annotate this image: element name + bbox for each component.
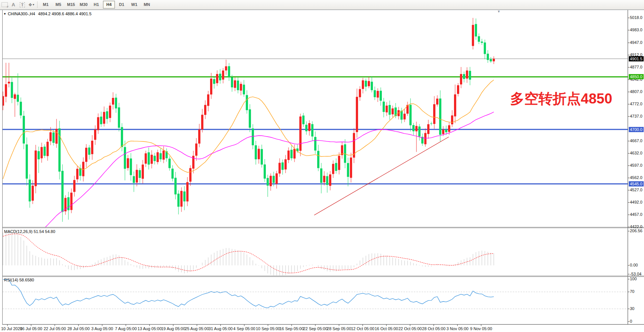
candle bbox=[52, 133, 55, 143]
macd-panel[interactable] bbox=[3, 231, 494, 276]
candle bbox=[287, 150, 290, 160]
arrows-button[interactable]: ❖ ▾ bbox=[27, 1, 35, 9]
price-tick-label: 4947.0 bbox=[630, 40, 644, 45]
rsi-panel[interactable] bbox=[3, 280, 628, 309]
candle bbox=[106, 111, 108, 119]
macd-signal-line bbox=[3, 234, 494, 273]
candle bbox=[430, 124, 432, 124]
candle bbox=[445, 130, 447, 132]
rsi-indicator-label: RSI(14) 58.6580 bbox=[4, 278, 34, 282]
candle bbox=[112, 98, 114, 105]
candle bbox=[121, 127, 123, 147]
candle bbox=[41, 147, 43, 158]
timeframe-button-m30[interactable]: M30 bbox=[78, 1, 90, 9]
candle bbox=[436, 99, 438, 105]
candle bbox=[20, 102, 22, 115]
rsi-line bbox=[3, 280, 494, 308]
price-tick-label: 4457.0 bbox=[630, 212, 644, 217]
candle bbox=[32, 186, 34, 201]
chart-annotation-text[interactable]: 多空转折点4850 bbox=[510, 89, 612, 108]
candle bbox=[317, 151, 319, 168]
candle bbox=[424, 133, 426, 144]
candle bbox=[311, 124, 313, 136]
candle bbox=[23, 116, 25, 143]
candle bbox=[448, 125, 450, 132]
candle bbox=[61, 171, 64, 212]
chart-dropdown-icon[interactable]: ▼ bbox=[3, 12, 6, 16]
candle bbox=[130, 159, 132, 175]
trend-line[interactable] bbox=[314, 137, 449, 215]
price-chart-canvas[interactable] bbox=[0, 0, 644, 332]
timeframe-button-mn[interactable]: MN bbox=[141, 1, 153, 9]
candle bbox=[204, 105, 206, 115]
candle bbox=[160, 153, 162, 159]
price-tick-label: 4597.0 bbox=[630, 163, 644, 167]
candle bbox=[100, 116, 102, 124]
candle bbox=[451, 115, 453, 124]
candle bbox=[258, 149, 260, 159]
candle bbox=[308, 123, 310, 131]
candle bbox=[293, 149, 296, 159]
text-box-button[interactable]: T bbox=[18, 1, 26, 9]
candle bbox=[353, 133, 355, 157]
candle bbox=[154, 156, 156, 161]
chart-shift-marker-icon[interactable]: ▼ bbox=[497, 10, 500, 13]
candle bbox=[11, 82, 13, 98]
candle bbox=[299, 116, 302, 151]
candle bbox=[213, 79, 215, 84]
candle bbox=[219, 74, 221, 80]
candle bbox=[115, 98, 117, 108]
candle bbox=[228, 66, 230, 77]
candle bbox=[198, 130, 200, 144]
candle bbox=[174, 178, 177, 195]
candle bbox=[368, 81, 370, 86]
candle bbox=[478, 36, 480, 42]
candle bbox=[5, 84, 7, 97]
rsi-tick-label: 0 bbox=[630, 319, 644, 323]
timeframe-button-h1[interactable]: H1 bbox=[90, 1, 102, 9]
candle bbox=[415, 126, 418, 131]
candle bbox=[323, 176, 325, 182]
candle bbox=[267, 178, 269, 186]
candle bbox=[82, 162, 84, 176]
candle bbox=[26, 144, 28, 179]
candle bbox=[302, 115, 305, 124]
macd-tick-label: 0.00 bbox=[630, 263, 644, 267]
dotted-grid-button[interactable]: F bbox=[0, 1, 9, 9]
macd-tick-label: 206.56 bbox=[630, 229, 644, 233]
timeframe-button-m15[interactable]: M15 bbox=[65, 1, 77, 9]
price-tick-label: 4877.0 bbox=[630, 65, 644, 69]
candle bbox=[55, 129, 58, 144]
chevron-down-icon: ▾ bbox=[33, 3, 34, 6]
toolbar: F A T ❖ ▾ M1 M5 M15 M30 bbox=[0, 0, 644, 10]
candle bbox=[493, 59, 495, 61]
main-price-panel[interactable] bbox=[2, 18, 628, 272]
candle bbox=[44, 147, 46, 156]
timeframe-button-m5[interactable]: M5 bbox=[52, 1, 64, 9]
candle bbox=[91, 141, 93, 154]
candle bbox=[136, 170, 138, 182]
price-tick-label: 5018.0 bbox=[630, 15, 644, 20]
price-badge: 4545.0 bbox=[629, 181, 644, 186]
rsi-tick-label: 100 bbox=[630, 277, 644, 281]
candle bbox=[14, 95, 16, 99]
timeframe-button-w1[interactable]: W1 bbox=[128, 1, 140, 9]
timeframe-button-d1[interactable]: D1 bbox=[116, 1, 128, 9]
candle bbox=[264, 165, 266, 179]
candle bbox=[76, 169, 78, 179]
text-label-button[interactable]: A bbox=[9, 1, 17, 9]
timeframe-button-h4[interactable]: H4 bbox=[103, 1, 115, 9]
candle bbox=[481, 42, 483, 43]
candle bbox=[177, 194, 180, 207]
candle bbox=[189, 168, 191, 182]
candle bbox=[85, 148, 87, 162]
candle bbox=[17, 95, 19, 102]
candle bbox=[234, 80, 236, 88]
candle bbox=[207, 95, 209, 106]
candle bbox=[186, 182, 189, 201]
candlesticks bbox=[2, 18, 495, 222]
price-tick-label: 4667.0 bbox=[630, 138, 644, 143]
macd-indicator-label: MACD(12,26,9) 51.54 54.80 bbox=[4, 229, 55, 234]
timeframe-button-m1[interactable]: M1 bbox=[40, 1, 52, 9]
candle bbox=[88, 147, 90, 154]
